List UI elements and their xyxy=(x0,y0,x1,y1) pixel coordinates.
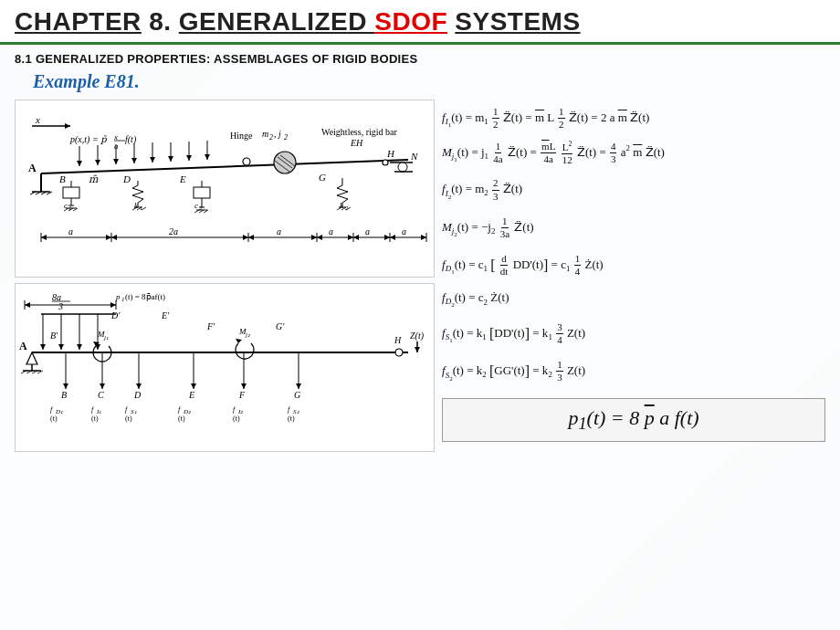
svg-text:(t): (t) xyxy=(91,415,99,423)
svg-text:C: C xyxy=(98,390,104,400)
svg-text:(t): (t) xyxy=(50,415,58,423)
svg-text:x: x xyxy=(35,114,40,125)
example-title: Example E81. xyxy=(33,71,825,92)
svg-text:p(x,t) = p̄: p(x,t) = p̄ xyxy=(69,134,107,145)
svg-text:a: a xyxy=(68,226,73,236)
svg-text:x: x xyxy=(113,132,118,142)
svg-point-166 xyxy=(395,349,403,356)
svg-text:G: G xyxy=(294,390,300,400)
svg-text:D: D xyxy=(133,390,142,400)
svg-text:D: D xyxy=(122,173,131,184)
svg-text:H: H xyxy=(386,148,395,159)
svg-text:j₁: j₁ xyxy=(103,334,109,341)
chapter-number: 8. xyxy=(149,7,179,36)
svg-text:Hinge: Hinge xyxy=(230,131,253,141)
equation-fi2: fI2(t) = m2 23 Z̈(t) xyxy=(442,174,825,205)
equation-fd1: fD1(t) = c1 [ ddt DD'(t)] = c1 14 Ż(t) xyxy=(442,250,825,280)
equation-mj1: Mj1(t) = j1 14a Z̈(t) = mL4a L212 Z̈(t) … xyxy=(442,137,825,169)
bottom-formula: p1(t) = 8 p a f(t) xyxy=(442,398,825,442)
svg-text:a: a xyxy=(402,226,406,236)
svg-text:a: a xyxy=(329,226,333,236)
svg-text:m: m xyxy=(262,129,268,139)
equation-fs2: fS2(t) = k2 [GG'(t)] = k2 13 Z(t) xyxy=(442,356,825,386)
svg-text:F': F' xyxy=(206,321,215,331)
svg-text:A: A xyxy=(28,162,37,174)
page-header: CHAPTER 8. GENERALIZED SDOF SYSTEMS xyxy=(0,0,840,45)
svg-text:E: E xyxy=(179,173,186,184)
svg-text:H: H xyxy=(394,335,402,345)
equation-fi1: fI1(t) = m1 12 Z̈(t) = m L 12 Z̈(t) = 2 … xyxy=(442,103,825,133)
svg-rect-79 xyxy=(194,187,210,198)
svg-point-34 xyxy=(243,158,250,165)
svg-text:A: A xyxy=(19,340,27,352)
svg-text:B: B xyxy=(59,173,66,184)
svg-text:2a: 2a xyxy=(169,226,178,236)
svg-text:j₂: j₂ xyxy=(245,331,250,339)
main-content: 8.1 GENERALIZED PROPERTIES: ASSEMBLAGES … xyxy=(0,45,840,630)
svg-text:E': E' xyxy=(161,310,170,320)
svg-text:G': G' xyxy=(276,321,285,331)
svg-text:Weightless, rigid bar: Weightless, rigid bar xyxy=(321,127,397,137)
svg-text:EH: EH xyxy=(350,138,363,148)
equation-fd2: fD2(t) = c2 Ż(t) xyxy=(442,289,825,311)
svg-text:a: a xyxy=(277,226,281,236)
title-generalized: GENERALIZED xyxy=(179,7,374,36)
svg-point-50 xyxy=(398,163,407,172)
svg-text:,: , xyxy=(274,129,277,139)
svg-text:m̄: m̄ xyxy=(89,173,99,184)
svg-text:2: 2 xyxy=(284,133,288,142)
svg-text:B': B' xyxy=(50,331,58,341)
svg-text:3: 3 xyxy=(58,301,63,311)
svg-rect-134 xyxy=(16,284,431,451)
svg-text:a: a xyxy=(365,226,370,236)
svg-text:G: G xyxy=(319,172,326,183)
chapter-label: CHAPTER xyxy=(15,7,142,36)
svg-text:(t): (t) xyxy=(233,415,240,423)
equation-mj2: Mj2(t) = −j2 13a Z̈(t) xyxy=(442,213,825,243)
svg-text:(t) = 8p̄af(t): (t) = 8p̄af(t) xyxy=(125,292,165,301)
svg-text:p: p xyxy=(115,292,121,301)
diagrams-column: x A xyxy=(15,100,435,623)
svg-rect-53 xyxy=(63,187,79,198)
equations-column: fI1(t) = m1 12 Z̈(t) = m L 12 Z̈(t) = 2 … xyxy=(442,100,825,623)
svg-text:Z(t): Z(t) xyxy=(410,331,425,341)
svg-text:f(t): f(t) xyxy=(125,134,137,145)
page-title: CHAPTER 8. GENERALIZED SDOF SYSTEMS xyxy=(15,7,825,37)
title-sdof: SDOF xyxy=(374,7,447,36)
svg-text:N: N xyxy=(410,151,418,162)
svg-text:1: 1 xyxy=(121,296,125,303)
svg-point-46 xyxy=(383,160,388,165)
title-systems: SYSTEMS xyxy=(455,7,580,36)
svg-text:c: c xyxy=(194,201,198,210)
svg-text:(t): (t) xyxy=(178,415,185,423)
equation-fs1: fS1(t) = k1 [DD'(t)] = k1 34 Z(t) xyxy=(442,319,825,349)
svg-text:(t): (t) xyxy=(288,415,295,423)
svg-text:2: 2 xyxy=(269,133,273,142)
section-title: 8.1 GENERALIZED PROPERTIES: ASSEMBLAGES … xyxy=(15,52,825,66)
bottom-diagram: 8a 3 p 1 (t) = 8p̄af(t) xyxy=(15,283,435,452)
svg-text:D': D' xyxy=(110,310,121,320)
svg-text:(t): (t) xyxy=(125,415,132,423)
svg-text:2: 2 xyxy=(345,205,349,212)
svg-text:E: E xyxy=(188,390,194,400)
top-diagram: x A xyxy=(15,100,435,278)
svg-text:F: F xyxy=(238,390,246,400)
svg-text:B: B xyxy=(61,390,67,400)
